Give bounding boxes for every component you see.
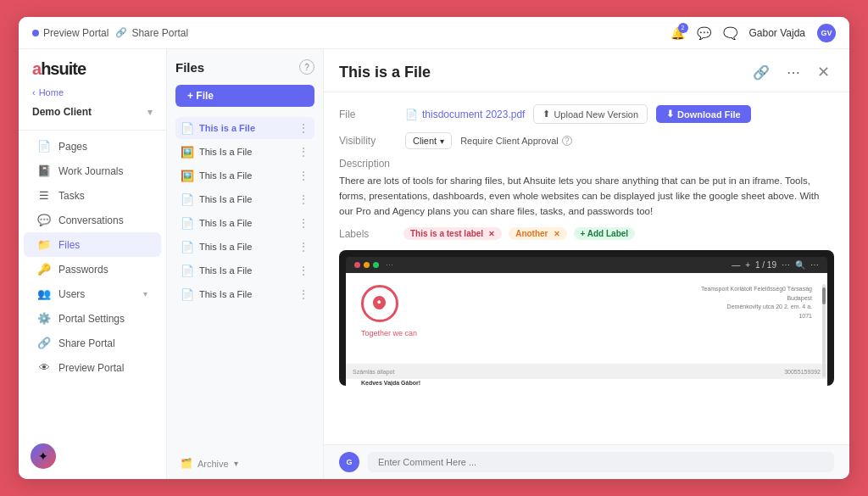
file-item[interactable]: 📄 This Is a File ⋮: [175, 236, 314, 258]
pdf-dot-red: [354, 262, 360, 268]
pdf-search-icon[interactable]: 🔍: [795, 260, 805, 270]
file-item-more-icon[interactable]: ⋮: [298, 192, 309, 206]
comment-input[interactable]: [368, 452, 834, 472]
require-approval[interactable]: Require Client Approval ?: [460, 136, 572, 146]
download-icon: ⬇: [666, 109, 674, 120]
file-item-more-icon[interactable]: ⋮: [298, 145, 309, 159]
back-home[interactable]: ‹ Home: [19, 87, 166, 103]
label-text-green: + Add Label: [581, 229, 629, 238]
pdf-icon: 📄: [405, 109, 418, 120]
pdf-page-info: 1 / 19: [755, 260, 776, 270]
file-item-left: 📄 This Is a File: [181, 265, 252, 277]
pdf-tagline: Together we can: [361, 329, 417, 337]
file-item-name: This Is a File: [199, 218, 252, 228]
file-item[interactable]: 📄 This Is a File ⋮: [175, 212, 314, 234]
pdf-scrollbar[interactable]: [822, 284, 826, 377]
client-selector[interactable]: Demo Client ▾: [19, 103, 166, 126]
label-tag-orange[interactable]: Another ✕: [509, 227, 566, 240]
require-approval-info-icon: ?: [562, 136, 572, 146]
file-item-left: 📄 This Is a File: [181, 288, 252, 301]
file-item[interactable]: 🖼️ This Is a File ⋮: [175, 164, 314, 187]
sidebar-item-files[interactable]: 📁 Files: [24, 232, 161, 257]
file-item-left: 📄 This Is a File: [181, 193, 252, 206]
sidebar-item-users[interactable]: 👥 Users ▾: [24, 281, 161, 306]
users-chevron-icon: ▾: [143, 289, 147, 298]
file-item[interactable]: 📄 This Is a File ⋮: [175, 259, 314, 281]
file-item-more-icon[interactable]: ⋮: [298, 169, 309, 182]
labels-label: Labels: [339, 228, 397, 240]
label-remove-pink[interactable]: ✕: [488, 230, 495, 238]
file-item-name: This is a File: [199, 123, 255, 133]
file-item-left: 🖼️ This Is a File: [181, 146, 252, 159]
file-name-link[interactable]: 📄 thisdocument 2023.pdf: [405, 109, 525, 120]
label-tag-pink[interactable]: This is a test label ✕: [403, 227, 502, 240]
sidebar-item-passwords[interactable]: 🔑 Passwords: [24, 257, 161, 281]
visibility-row: Visibility Client ▾ Require Client Appro…: [339, 132, 834, 149]
sidebar: ahsuite ‹ Home Demo Client ▾ 📄 Pages 📓 W…: [19, 49, 167, 479]
file-item[interactable]: 📄 This is a File ⋮: [175, 117, 314, 139]
file-item[interactable]: 🖼️ This Is a File ⋮: [175, 141, 314, 163]
pdf-options-icon[interactable]: ⋯: [810, 260, 819, 270]
avatar-initials: GV: [821, 29, 832, 37]
add-file-button[interactable]: + File: [175, 85, 314, 107]
pdf-minus-button[interactable]: —: [732, 260, 740, 270]
pdf-plus-button[interactable]: +: [745, 260, 750, 270]
sidebar-item-conversations[interactable]: 💬 Conversations: [24, 208, 161, 232]
sidebar-item-portal-settings[interactable]: ⚙️ Portal Settings: [24, 306, 161, 331]
pdf-more-icon[interactable]: ⋯: [782, 260, 790, 270]
user-avatar[interactable]: GV: [817, 24, 836, 42]
pdf-toolbar-controls: — + 1 / 19 ⋯ 🔍 ⋯: [732, 260, 819, 270]
file-pdf-icon: 📄: [181, 241, 194, 254]
tasks-icon: ☰: [37, 189, 51, 202]
visibility-select[interactable]: Client ▾: [405, 132, 452, 149]
file-item-more-icon[interactable]: ⋮: [298, 264, 309, 277]
back-label: Home: [39, 87, 64, 98]
file-item-name: This Is a File: [199, 147, 252, 157]
users-left: 👥 Users: [37, 287, 85, 300]
download-file-button[interactable]: ⬇ Download File: [656, 105, 751, 123]
chat-icon[interactable]: 💬: [697, 26, 711, 40]
file-item[interactable]: 📄 This Is a File ⋮: [175, 283, 314, 305]
pdf-address-line2: Budapest: [701, 294, 812, 304]
file-item-name: This Is a File: [199, 242, 252, 252]
top-bar: Preview Portal 🔗 Share Portal 🔔 2 💬 🗨️ G…: [19, 17, 849, 49]
upload-icon: ⬆: [542, 109, 550, 120]
archive-chevron-icon: ▾: [234, 459, 238, 468]
notifications[interactable]: 🔔 2: [670, 26, 685, 40]
client-name: Demo Client: [32, 106, 92, 118]
labels-row: Labels This is a test label ✕ Another ✕ …: [339, 227, 834, 240]
upload-new-version-button[interactable]: ⬆ Upload New Version: [533, 104, 648, 124]
sidebar-item-pages[interactable]: 📄 Pages: [24, 134, 161, 159]
close-button[interactable]: ✕: [813, 61, 834, 83]
file-pdf-icon: 📄: [181, 217, 194, 230]
file-pdf-icon: 📄: [181, 193, 194, 206]
sidebar-item-preview-portal[interactable]: 👁 Preview Portal: [24, 355, 161, 380]
main-layout: ahsuite ‹ Home Demo Client ▾ 📄 Pages 📓 W…: [19, 49, 849, 479]
file-item[interactable]: 📄 This Is a File ⋮: [175, 188, 314, 210]
content-panel: This is a File 🔗 ⋯ ✕ File 📄 thisdocument…: [324, 49, 849, 479]
file-item-more-icon[interactable]: ⋮: [298, 121, 309, 135]
pdf-address: Teamsport Korlátolt Felelősségű Társaság…: [701, 285, 812, 320]
upload-label: Upload New Version: [554, 109, 638, 120]
file-item-more-icon[interactable]: ⋮: [298, 216, 309, 230]
preview-portal-link[interactable]: Preview Portal: [32, 27, 108, 39]
pdf-toolbar: ⋯ — + 1 / 19 ⋯ 🔍 ⋯: [346, 257, 827, 273]
file-item-name: This Is a File: [199, 194, 252, 204]
sidebar-item-tasks[interactable]: ☰ Tasks: [24, 183, 161, 208]
share-button[interactable]: 🔗: [748, 63, 774, 82]
label-remove-orange[interactable]: ✕: [554, 230, 560, 238]
pdf-footer-right: 30055159392: [784, 369, 821, 375]
file-item-more-icon[interactable]: ⋮: [298, 240, 309, 254]
file-pdf-icon: 📄: [181, 265, 194, 277]
archive-row[interactable]: 🗂️ Archive ▾: [175, 451, 314, 469]
more-options-button[interactable]: ⋯: [782, 63, 804, 82]
file-item-more-icon[interactable]: ⋮: [298, 287, 309, 301]
comment-icon[interactable]: 🗨️: [723, 26, 737, 40]
files-label: Files: [58, 239, 80, 251]
label-tag-green[interactable]: + Add Label: [574, 227, 636, 240]
sidebar-item-share-portal[interactable]: 🔗 Share Portal: [24, 331, 161, 355]
pdf-footer-left: Számlás állapot: [353, 369, 394, 375]
sidebar-item-work-journals[interactable]: 📓 Work Journals: [24, 159, 161, 183]
help-icon[interactable]: ?: [299, 59, 314, 75]
share-portal-link[interactable]: 🔗 Share Portal: [115, 27, 188, 39]
